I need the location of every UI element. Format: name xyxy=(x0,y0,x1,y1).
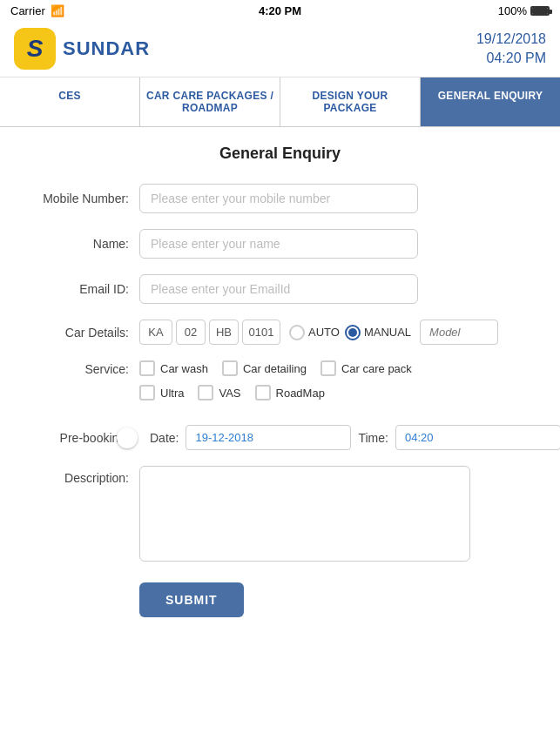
name-label: Name: xyxy=(26,237,139,251)
nav-tabs: CES CAR CARE PACKAGES / ROADMAP DESIGN Y… xyxy=(0,77,560,127)
description-label: Description: xyxy=(26,466,139,485)
roadmap-box xyxy=(255,385,271,400)
description-row: Description: xyxy=(26,466,534,562)
car-detailing-label: Car detailing xyxy=(243,362,307,375)
carrier-label: Carrier xyxy=(10,4,45,17)
battery-icon xyxy=(530,6,550,16)
page-title: General Enquiry xyxy=(26,145,534,163)
car-care-pack-box xyxy=(320,360,336,376)
vas-box xyxy=(198,385,213,400)
email-row: Email ID: xyxy=(26,274,534,304)
model-input[interactable] xyxy=(420,320,498,345)
header-date: 19/12/2018 xyxy=(476,30,546,49)
status-bar: Carrier 📶 4:20 PM 100% xyxy=(0,0,560,21)
app-header: S SUNDAR 19/12/2018 04:20 PM xyxy=(0,21,560,77)
email-label: Email ID: xyxy=(26,282,139,296)
main-content: General Enquiry Mobile Number: Name: Ema… xyxy=(0,127,560,635)
battery-percent: 100% xyxy=(498,4,527,17)
car-detailing-checkbox[interactable]: Car detailing xyxy=(222,360,307,376)
car-details-inputs: AUTO MANUAL xyxy=(139,320,498,345)
time-label: Time: xyxy=(358,431,388,445)
date-label: Date: xyxy=(150,431,179,445)
car-care-pack-label: Car care pack xyxy=(341,362,412,375)
email-input[interactable] xyxy=(139,274,418,304)
vas-checkbox[interactable]: VAS xyxy=(198,385,240,400)
manual-radio-label: MANUAL xyxy=(364,326,411,339)
wifi-icon: 📶 xyxy=(51,4,64,17)
submit-button[interactable]: SUBMIT xyxy=(139,582,244,617)
car-wash-label: Car wash xyxy=(160,362,208,375)
service-row: Service: Car wash Car detailing Car care… xyxy=(26,360,534,409)
service-row-1: Car wash Car detailing Car care pack xyxy=(139,360,412,376)
tab-general-enquiry[interactable]: GENERAL ENQUIRY xyxy=(421,77,560,126)
logo-area: S SUNDAR xyxy=(14,28,150,70)
manual-radio[interactable]: MANUAL xyxy=(345,325,411,340)
ultra-label: Ultra xyxy=(160,387,184,400)
time-input[interactable] xyxy=(395,425,560,450)
status-bar-left: Carrier 📶 xyxy=(10,4,64,17)
submit-area: SUBMIT xyxy=(139,582,534,617)
logo-text: SUNDAR xyxy=(63,37,150,60)
mobile-input[interactable] xyxy=(139,184,418,213)
auto-radio-label: AUTO xyxy=(308,326,340,339)
auto-radio-circle xyxy=(289,325,305,340)
header-datetime: 19/12/2018 04:20 PM xyxy=(476,30,546,69)
mobile-label: Mobile Number: xyxy=(26,192,139,205)
name-row: Name: xyxy=(26,229,534,259)
car-part-num1[interactable] xyxy=(176,320,206,345)
service-row-2: Ultra VAS RoadMap xyxy=(139,385,412,400)
car-care-pack-checkbox[interactable]: Car care pack xyxy=(320,360,412,376)
car-wash-checkbox[interactable]: Car wash xyxy=(139,360,208,376)
service-label: Service: xyxy=(26,360,139,376)
ultra-box xyxy=(139,385,155,400)
date-input[interactable] xyxy=(186,425,351,450)
ultra-checkbox[interactable]: Ultra xyxy=(139,385,184,400)
logo-icon: S xyxy=(14,28,56,70)
transmission-group: AUTO MANUAL xyxy=(289,325,411,340)
roadmap-checkbox[interactable]: RoadMap xyxy=(255,385,325,400)
tab-design[interactable]: DESIGN YOUR PACKAGE xyxy=(280,77,421,126)
roadmap-label: RoadMap xyxy=(276,387,325,400)
manual-radio-circle xyxy=(345,325,361,340)
car-details-label: Car Details: xyxy=(26,326,139,340)
car-wash-box xyxy=(139,360,155,376)
car-detailing-box xyxy=(222,360,238,376)
service-options: Car wash Car detailing Car care pack Ult… xyxy=(139,360,412,409)
header-time: 04:20 PM xyxy=(476,49,546,68)
car-part-state[interactable] xyxy=(139,320,172,345)
vas-label: VAS xyxy=(219,387,240,400)
car-details-row: Car Details: AUTO MANUAL xyxy=(26,320,534,345)
car-part-num2[interactable] xyxy=(242,320,280,345)
prebooking-row: Pre-booking: Date: Time: xyxy=(26,425,534,450)
description-textarea[interactable] xyxy=(139,466,470,562)
tab-car-care[interactable]: CAR CARE PACKAGES / ROADMAP xyxy=(140,77,280,126)
tab-ces[interactable]: CES xyxy=(0,77,140,126)
name-input[interactable] xyxy=(139,229,418,259)
toggle-knob xyxy=(117,427,138,448)
mobile-row: Mobile Number: xyxy=(26,184,534,213)
car-part-alpha[interactable] xyxy=(209,320,239,345)
auto-radio[interactable]: AUTO xyxy=(289,325,340,340)
status-bar-right: 100% xyxy=(498,4,550,17)
status-bar-time: 4:20 PM xyxy=(259,4,301,17)
